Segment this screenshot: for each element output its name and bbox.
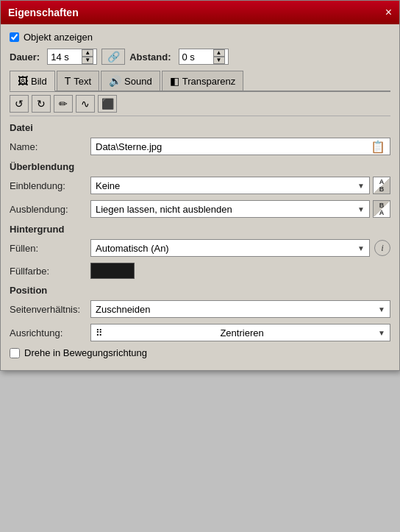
ausblendung-value: Liegen lassen, nicht ausblenden	[96, 204, 232, 215]
dauer-down[interactable]: ▼	[82, 57, 93, 64]
hintergrund-section-label: Hintergrund	[10, 224, 390, 235]
tab-sound-label: Sound	[124, 76, 152, 87]
tab-bild-label: Bild	[31, 76, 47, 87]
dauer-arrows: ▲ ▼	[82, 49, 93, 64]
ausrichtung-icon: ⠿	[96, 327, 103, 338]
fuellfarbe-row: Füllfarbe:	[10, 263, 390, 279]
fuellen-arrow: ▼	[357, 244, 365, 252]
ausblendung-label: Ausblendung:	[10, 204, 90, 215]
seitenverhaeltnis-select[interactable]: Zuschneiden ▼	[90, 300, 390, 318]
fuellen-row: Füllen: Automatisch (An) ▼ i	[10, 239, 390, 257]
ausrichtung-label: Ausrichtung:	[10, 327, 90, 338]
einblendung-value: Keine	[96, 180, 120, 191]
name-label: Name:	[10, 141, 90, 152]
position-section-label: Position	[10, 285, 390, 296]
seitenverhaeltnis-row: Seitenverhältnis: Zuschneiden ▼	[10, 300, 390, 318]
dauer-spinner: ▲ ▼	[47, 49, 97, 65]
ausrichtung-row: Ausrichtung: ⠿ Zentrieren ▼	[10, 324, 390, 341]
ausblendung-arrow: ▼	[357, 205, 365, 213]
toolbar-row: ↺ ↻ ✏ ∿ ⬛	[10, 92, 390, 116]
abstand-input[interactable]	[182, 52, 212, 63]
einblendung-label: Einblendung:	[10, 180, 90, 191]
abstand-label: Abstand:	[129, 52, 171, 63]
objekt-anzeigen-checkbox[interactable]	[10, 32, 19, 42]
content-area: Objekt anzeigen Dauer: ▲ ▼ 🔗 Abstand: ▲ …	[1, 24, 399, 370]
tab-text-label: Text	[74, 76, 91, 87]
abstand-spinner: ▲ ▼	[179, 49, 229, 65]
name-input[interactable]	[96, 141, 371, 152]
ausblendung-select[interactable]: Liegen lassen, nicht ausblenden ▼	[90, 200, 370, 218]
tabs-container: 🖼 Bild T Text 🔊 Sound ◧ Transparenz	[10, 71, 390, 92]
name-value-wrapper: 📋	[90, 138, 390, 155]
einblendung-ab-label: AB	[379, 178, 385, 193]
text-tab-icon: T	[65, 75, 71, 87]
datei-section-label: Datei	[10, 122, 390, 133]
name-input-box: 📋	[90, 138, 390, 155]
einblendung-select[interactable]: Keine ▼	[90, 177, 370, 194]
fuellfarbe-label: Füllfarbe:	[10, 266, 90, 277]
einblendung-ab-icon[interactable]: AB	[373, 177, 390, 194]
properties-window: Eigenschaften × Objekt anzeigen Dauer: ▲…	[0, 0, 400, 371]
fuellen-value: Automatisch (An)	[96, 243, 169, 254]
sound-tab-icon: 🔊	[109, 75, 121, 87]
rotate-right-button[interactable]: ↻	[32, 95, 51, 113]
drehe-row: Drehe in Bewegungsrichtung	[10, 347, 390, 358]
curve-button[interactable]: ∿	[76, 95, 95, 113]
einblendung-select-group: Keine ▼ AB	[90, 177, 390, 194]
datei-name-row: Name: 📋	[10, 138, 390, 155]
dauer-row: Dauer: ▲ ▼ 🔗 Abstand: ▲ ▼	[10, 49, 390, 65]
tab-sound[interactable]: 🔊 Sound	[101, 71, 160, 91]
drehe-checkbox[interactable]	[10, 348, 20, 358]
ausrichtung-arrow: ▼	[378, 329, 385, 337]
seitenverhaeltnis-value: Zuschneiden	[96, 304, 150, 315]
einblendung-arrow: ▼	[357, 182, 365, 190]
einblendung-row: Einblendung: Keine ▼ AB	[10, 177, 390, 194]
link-icon[interactable]: 🔗	[101, 49, 125, 65]
tab-transparenz[interactable]: ◧ Transparenz	[162, 71, 244, 91]
ausblendung-select-group: Liegen lassen, nicht ausblenden ▼ BA	[90, 200, 390, 218]
dauer-input[interactable]	[51, 52, 80, 63]
abstand-down[interactable]: ▼	[213, 57, 225, 64]
ausblendung-row: Ausblendung: Liegen lassen, nicht ausble…	[10, 200, 390, 218]
dauer-up[interactable]: ▲	[82, 49, 93, 57]
fuellen-group: Automatisch (An) ▼ i	[90, 239, 390, 257]
objekt-anzeigen-label: Objekt anzeigen	[24, 32, 93, 43]
drehe-label: Drehe in Bewegungsrichtung	[24, 347, 147, 358]
dauer-label: Dauer:	[10, 52, 40, 63]
ueberblendung-section-label: Überblendung	[10, 161, 390, 172]
media-button[interactable]: ⬛	[98, 95, 117, 113]
objekt-anzeigen-row: Objekt anzeigen	[10, 32, 390, 43]
seitenverhaeltnis-arrow: ▼	[378, 305, 385, 313]
tab-bild[interactable]: 🖼 Bild	[10, 71, 55, 91]
fuellen-label: Füllen:	[10, 243, 90, 254]
bild-tab-icon: 🖼	[18, 75, 28, 87]
pencil-button[interactable]: ✏	[54, 95, 73, 113]
close-button[interactable]: ×	[385, 7, 392, 18]
info-icon[interactable]: i	[374, 240, 390, 256]
ausrichtung-value: Zentrieren	[220, 327, 263, 338]
fuellen-select[interactable]: Automatisch (An) ▼	[90, 239, 370, 257]
window-title: Eigenschaften	[8, 7, 79, 18]
transparenz-tab-icon: ◧	[170, 75, 179, 87]
ausblendung-ab-icon[interactable]: BA	[373, 200, 390, 218]
tab-text[interactable]: T Text	[57, 71, 99, 91]
abstand-up[interactable]: ▲	[213, 49, 225, 57]
file-browse-icon[interactable]: 📋	[371, 140, 385, 154]
seitenverhaeltnis-label: Seitenverhältnis:	[10, 304, 90, 315]
rotate-left-button[interactable]: ↺	[10, 95, 29, 113]
title-bar: Eigenschaften ×	[1, 1, 399, 24]
fuellfarbe-color[interactable]	[90, 263, 135, 279]
tab-transparenz-label: Transparenz	[182, 76, 236, 87]
ausrichtung-select[interactable]: ⠿ Zentrieren ▼	[90, 324, 390, 341]
abstand-arrows: ▲ ▼	[213, 49, 225, 64]
ausblendung-ab-label: BA	[379, 202, 385, 216]
